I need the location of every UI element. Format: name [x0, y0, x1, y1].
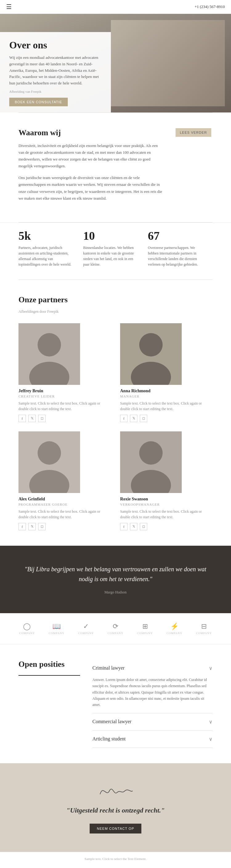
partner-desc-0: Sample text. Click to select the text bo… — [19, 401, 111, 412]
logo-icon-3: ⟳ — [107, 622, 123, 630]
waarom-text1: Diversiteit, inclusiviteit en gelijkheid… — [19, 142, 163, 169]
logo-item-2: ✓ COMPANY — [78, 622, 94, 635]
logo-icon-4: ⊞ — [137, 622, 153, 630]
partner-social-1: f 𝕏 ◻ — [120, 415, 212, 422]
partner-role-1: MANAGER — [120, 394, 212, 398]
instagram-icon-0[interactable]: ◻ — [38, 415, 45, 422]
partner-card-0: Jeffrey Bruin CREATIEVE LEIDER Sample te… — [19, 323, 111, 422]
hero-text: Wij zijn een mondiaal advocatenkantoor m… — [9, 55, 102, 87]
neem-contact-button[interactable]: NEEM CONTACT OP — [90, 824, 142, 834]
accordion-label-0: Criminal lawyer — [92, 665, 125, 671]
accordion-item-2: Articling student ∨ — [92, 731, 212, 748]
logo-label-6: COMPANY — [196, 632, 211, 635]
facebook-icon-0[interactable]: f — [19, 415, 26, 422]
facebook-icon-2[interactable]: f — [19, 523, 26, 530]
facebook-icon-3[interactable]: f — [120, 523, 128, 530]
waarom-title: Waarom wij — [19, 128, 163, 137]
chevron-down-icon-1: ∨ — [209, 719, 212, 725]
accordion-header-2[interactable]: Articling student ∨ — [92, 731, 212, 747]
partners-subtitle: Afbeeldingen door Freepik — [19, 309, 212, 314]
logo-icon-2: ✓ — [78, 622, 94, 630]
logo-label-5: COMPANY — [167, 632, 182, 635]
partner-card-2: Alex Grinfield PROGRAMMAEER GOEROE Sampl… — [19, 431, 111, 530]
signature-section: "Uitgesteld recht is ontzegd recht." NEE… — [0, 763, 231, 852]
logo-item-4: ⊞ COMPANY — [137, 622, 153, 635]
open-posities-section: Open posities Criminal lawyer ∨ Answer. … — [0, 644, 231, 763]
waarom-section: Waarom wij Diversiteit, inclusiviteit en… — [0, 113, 231, 222]
signature-image — [19, 782, 212, 800]
stat-number-0: 5k — [19, 229, 74, 243]
partners-section: Onze partners Afbeeldingen door Freepik … — [0, 280, 231, 546]
twitter-icon-2[interactable]: 𝕏 — [28, 523, 36, 530]
signature-quote-text: "Uitgesteld recht is ontzegd recht." — [19, 806, 212, 814]
logo-label-3: COMPANY — [107, 632, 123, 635]
waarom-text2: Ons juridische team weerspiegelt de dive… — [19, 175, 163, 202]
stat-desc-1: Binnenlandse locaties. We hebben kantore… — [83, 245, 139, 267]
partner-name-1: Anna Richmond — [120, 389, 212, 394]
logo-label-2: COMPANY — [78, 632, 94, 635]
partner-role-0: CREATIEVE LEIDER — [19, 394, 111, 398]
partner-social-0: f 𝕏 ◻ — [19, 415, 111, 422]
hero-overlay: Over ons Wij zijn een mondiaal advocaten… — [0, 32, 111, 113]
quote-text: "Bij Libra begrijpen we het belang van v… — [19, 564, 212, 584]
svg-point-10 — [139, 441, 163, 465]
stat-item-2: 67 Overzeese partnerschappen. We hebben … — [148, 229, 212, 267]
logo-icon-1: 📖 — [49, 622, 64, 630]
open-posities-title: Open posities — [19, 660, 80, 669]
facebook-icon-1[interactable]: f — [120, 415, 128, 422]
partner-role-2: PROGRAMMAEER GOEROE — [19, 502, 111, 506]
stat-number-1: 10 — [83, 229, 139, 243]
instagram-icon-2[interactable]: ◻ — [38, 523, 45, 530]
accordion-label-2: Articling student — [92, 736, 126, 742]
logo-item-3: ⟳ COMPANY — [107, 622, 123, 635]
partner-social-3: f 𝕏 ◻ — [120, 523, 212, 530]
partner-photo-0 — [19, 323, 80, 385]
accordion-header-1[interactable]: Commercial lawyer ∨ — [92, 713, 212, 730]
consult-button[interactable]: BOEK EEN CONSULTATIE — [9, 98, 68, 106]
chevron-down-icon-2: ∨ — [209, 736, 212, 742]
hamburger-menu[interactable]: ☰ — [6, 3, 12, 10]
logo-icon-0: ◯ — [19, 622, 35, 630]
instagram-icon-3[interactable]: ◻ — [140, 523, 147, 530]
partners-grid: Jeffrey Bruin CREATIEVE LEIDER Sample te… — [19, 323, 212, 530]
instagram-icon-1[interactable]: ◻ — [140, 415, 147, 422]
accordion-label-1: Commercial lawyer — [92, 719, 132, 724]
waarom-content: Waarom wij Diversiteit, inclusiviteit en… — [19, 128, 163, 207]
partner-name-0: Jeffrey Bruin — [19, 389, 111, 394]
lees-verder-button[interactable]: LEES VERDER — [175, 128, 211, 137]
svg-point-1 — [38, 333, 61, 356]
partner-social-2: f 𝕏 ◻ — [19, 523, 111, 530]
chevron-down-icon-0: ∨ — [209, 665, 212, 671]
waarom-cta: LEES VERDER — [175, 128, 212, 207]
partner-photo-1 — [120, 323, 182, 385]
twitter-icon-1[interactable]: 𝕏 — [130, 415, 137, 422]
partner-card-3: Roxie Swanson VERKOOPSMANAGER Sample tex… — [120, 431, 212, 530]
logo-item-6: ⊟ COMPANY — [196, 622, 211, 635]
logo-label-1: COMPANY — [49, 632, 64, 635]
accordion-body-0: Answer. Lorem ipsum dolor sit amet, cons… — [92, 677, 212, 713]
logos-section: ◯ COMPANY 📖 COMPANY ✓ COMPANY ⟳ COMPANY … — [0, 613, 231, 644]
stats-section: 5k Partners, advocaten, juridisch assist… — [0, 222, 231, 279]
stat-number-2: 67 — [148, 229, 203, 243]
partner-desc-3: Sample text. Click to select the text bo… — [120, 509, 212, 520]
partner-role-3: VERKOOPSMANAGER — [120, 502, 212, 506]
open-posities-left: Open posities — [19, 660, 80, 748]
open-posities-divider — [19, 675, 80, 676]
partner-name-3: Roxie Swanson — [120, 497, 212, 502]
hero-title: Over ons — [9, 39, 102, 51]
accordion-header-0[interactable]: Criminal lawyer ∨ — [92, 660, 212, 677]
stat-item-1: 10 Binnenlandse locaties. We hebben kant… — [83, 229, 148, 267]
svg-point-7 — [38, 441, 61, 465]
footer-sample-text: Sample text. Click to select the Text El… — [0, 852, 231, 866]
logo-label-4: COMPANY — [137, 632, 153, 635]
twitter-icon-0[interactable]: 𝕏 — [28, 415, 36, 422]
accordion-item-1: Commercial lawyer ∨ — [92, 713, 212, 731]
stat-desc-0: Partners, advocaten, juridisch assistent… — [19, 245, 74, 267]
hero-section: Over ons Wij zijn een mondiaal advocaten… — [0, 14, 231, 113]
partner-photo-2 — [19, 431, 80, 493]
logo-label-0: COMPANY — [19, 632, 35, 635]
accordion-item-0: Criminal lawyer ∨ Answer. Lorem ipsum do… — [92, 660, 212, 713]
partner-name-2: Alex Grinfield — [19, 497, 111, 502]
partner-desc-2: Sample text. Click to select the text bo… — [19, 509, 111, 520]
twitter-icon-3[interactable]: 𝕏 — [130, 523, 137, 530]
